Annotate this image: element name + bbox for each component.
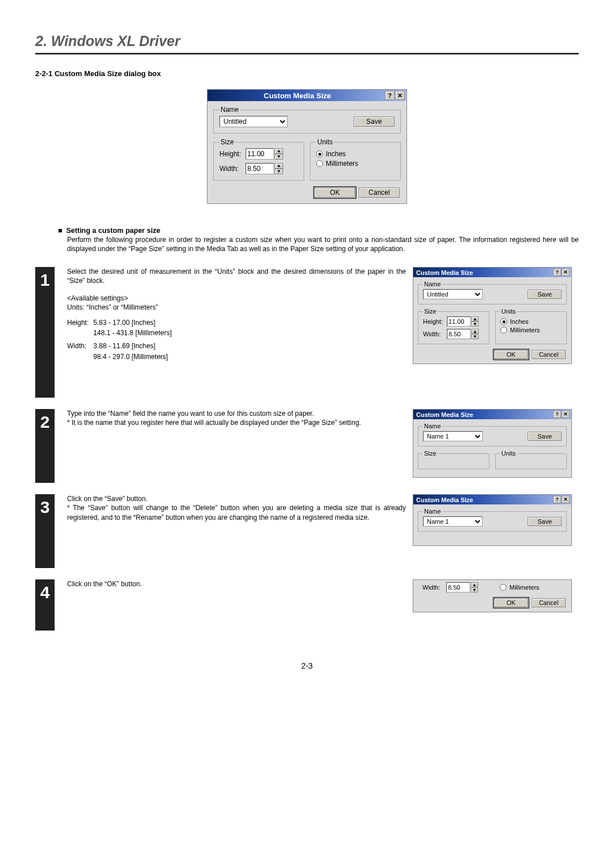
help-button[interactable]: ? [553,496,561,503]
step-4: 4 Click on the “OK” button. Width: ▲▼ [35,579,579,631]
cancel-button[interactable]: Cancel [532,598,566,607]
ranges-table: Height:5.83 - 17.00 [Inches] 148.1 - 431… [67,318,176,362]
name-combobox[interactable]: Name 1 [423,516,483,527]
help-button[interactable]: ? [553,411,561,418]
ok-button[interactable]: OK [314,187,355,198]
section-text: Perform the following procedure in order… [67,236,579,253]
units-legend: Units [316,138,334,146]
page-number: 2-3 [35,661,579,670]
step1-dialog: Custom Media Size ? ✕ Name Untitled Save… [413,267,572,364]
step-number: 1 [35,267,55,398]
step-number: 4 [35,579,55,631]
save-button[interactable]: Save [528,290,562,299]
custom-media-size-dialog: Custom Media Size ? ✕ Name Untitled Save… [207,89,407,204]
help-button[interactable]: ? [385,91,395,100]
subheading: 2-2-1 Custom Media Size dialog box [35,69,579,78]
radio-on-icon [316,151,323,157]
spin-up-icon[interactable]: ▲ [275,148,283,154]
page-title: 2. Windows XL Driver [35,33,579,55]
step-2: 2 Type into the “Name” field the name yo… [35,409,579,483]
millimeters-radio[interactable]: Millimeters [500,327,562,333]
height-input[interactable] [246,148,274,160]
millimeters-radio[interactable]: Millimeters [500,584,562,591]
height-label: Height: [219,150,246,158]
name-combobox[interactable]: Name 1 [423,431,483,441]
name-combobox[interactable]: Untitled [219,116,288,127]
close-button[interactable]: ✕ [562,269,570,276]
save-button[interactable]: Save [528,432,562,441]
step2-dialog: Custom Media Size ? ✕ Name Name 1 Save S… [413,409,572,478]
height-stepper[interactable]: ▲▼ [246,148,283,160]
close-button[interactable]: ✕ [562,496,570,503]
step3-dialog: Custom Media Size ? ✕ Name Name 1 Save [413,494,572,546]
ok-button[interactable]: OK [494,350,528,359]
close-button[interactable]: ✕ [562,411,570,418]
step-number: 3 [35,494,55,568]
step-number: 2 [35,409,55,483]
width-stepper[interactable]: ▲▼ [446,582,478,592]
step-3: 3 Click on the “Save” button. * The “Sav… [35,494,579,568]
width-label: Width: [219,165,246,173]
spin-down-icon[interactable]: ▼ [275,169,283,174]
save-button[interactable]: Save [354,116,395,127]
cancel-button[interactable]: Cancel [532,350,566,359]
save-button[interactable]: Save [528,517,562,526]
spin-down-icon[interactable]: ▼ [275,154,283,160]
section-heading: ■ Setting a custom paper size [58,227,579,235]
inches-radio[interactable]: Inches [500,318,562,325]
radio-off-icon [316,160,323,167]
width-input[interactable] [246,163,274,174]
help-button[interactable]: ? [553,269,561,276]
size-legend: Size [219,138,235,146]
cancel-button[interactable]: Cancel [359,187,400,198]
step4-dialog-fragment: Width: ▲▼ Millimeters OK Cancel [413,579,572,612]
ok-button[interactable]: OK [494,598,528,607]
millimeters-radio[interactable]: Millimeters [316,160,395,168]
name-combobox[interactable]: Untitled [423,289,483,299]
inches-radio[interactable]: Inches [316,150,395,158]
step-1: 1 Select the desired unit of measurement… [35,267,579,398]
name-legend: Name [219,106,240,114]
close-button[interactable]: ✕ [395,91,405,100]
width-stepper[interactable]: ▲▼ [246,163,283,174]
dialog-title: Custom Media Size [210,91,384,100]
spin-up-icon[interactable]: ▲ [275,163,283,169]
